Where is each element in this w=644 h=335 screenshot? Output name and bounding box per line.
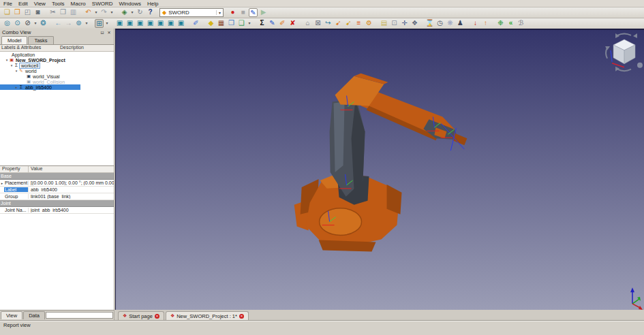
export-icon[interactable]: ❑ (237, 19, 246, 28)
validate-shield-icon[interactable]: ◈ (120, 8, 129, 17)
validate-dropdown-icon[interactable]: ▾ (130, 8, 134, 17)
document-check-icon[interactable]: ▤ (380, 19, 388, 28)
menu-windows[interactable]: Windows (119, 1, 140, 7)
tab-model[interactable]: Model (1, 36, 27, 44)
new-document-icon[interactable]: ❏ (3, 8, 12, 17)
menu-sword[interactable]: SWORD (92, 1, 113, 7)
tab-view[interactable]: View (1, 311, 22, 319)
menu-view[interactable]: View (34, 1, 46, 7)
view-globe-icon[interactable]: ❂ (39, 19, 48, 28)
orbit-dropdown-icon[interactable]: ▾ (85, 19, 89, 28)
property-value-cell[interactable]: abb_irb5400 (29, 187, 114, 192)
property-name-cell[interactable]: Label (4, 187, 29, 192)
top-view-icon[interactable]: ▣ (136, 19, 144, 28)
molecule-icon[interactable]: ❉ (496, 19, 505, 28)
fan-icon[interactable]: ❋ (446, 19, 455, 28)
paste-icon[interactable]: ▥ (69, 8, 78, 17)
save-icon[interactable]: ◰ (23, 8, 32, 17)
property-row-joint-name[interactable]: Joint Na... joint_abb_irb5400 (0, 207, 114, 214)
property-row-group[interactable]: Group link001 (base_link) (0, 193, 114, 200)
refresh-icon[interactable]: ↻ (136, 8, 144, 17)
close-tab-icon[interactable]: × (155, 314, 159, 319)
share-icon[interactable]: « (506, 19, 515, 28)
hourglass-icon[interactable]: ⌛ (425, 19, 434, 28)
tree-filter-box[interactable] (46, 312, 113, 319)
menu-tools[interactable]: Tools (52, 1, 65, 7)
kinematic-icon[interactable]: ↪ (324, 19, 333, 28)
dock-float-icon[interactable]: ⊡ (99, 30, 105, 35)
menu-edit[interactable]: Edit (18, 1, 28, 7)
close-tab-icon[interactable]: × (239, 314, 244, 319)
gear-icon[interactable]: ⚙ (365, 19, 373, 28)
property-row-placement[interactable]: ▸ Placement [(0.00 0.00 1.00); 0.00 °; (… (0, 180, 114, 187)
draw-style-dropdown-icon[interactable]: ▾ (33, 19, 37, 28)
tab-new-sword-project[interactable]: ❖ New_SWORD_Project : 1* × (166, 311, 249, 320)
material-box-icon[interactable]: ▦ (217, 19, 226, 28)
sliders-icon[interactable]: ≡ (354, 19, 363, 28)
sigma-icon[interactable]: Σ (258, 19, 266, 28)
right-view-icon[interactable]: ▣ (146, 19, 155, 28)
property-value-cell[interactable]: [(0.00 0.00 1.00); 0.00 °; (0.00 mm 0.00… (29, 180, 114, 185)
rear-view-icon[interactable]: ▣ (156, 19, 165, 28)
undo-icon[interactable]: ↶ (84, 8, 93, 17)
image-export-icon[interactable]: ⊡ (390, 19, 399, 28)
property-value-cell[interactable]: joint_abb_irb5400 (29, 208, 114, 212)
property-section-joint[interactable]: Joint (0, 200, 114, 207)
property-name-cell[interactable]: Joint Na... (4, 208, 29, 212)
undo-dropdown-icon[interactable]: ▾ (94, 8, 98, 17)
tree-item-world-visual[interactable]: ▣ world_Visual (0, 74, 114, 79)
left-view-icon[interactable]: ▣ (177, 19, 185, 28)
cut-icon[interactable]: ✂ (48, 8, 57, 17)
pawn-icon[interactable]: ♟ (456, 19, 465, 28)
delete-icon[interactable]: ✘ (288, 19, 297, 28)
measure-icon[interactable]: ✐ (191, 19, 200, 28)
sketch-orange-icon[interactable]: ✐ (278, 19, 287, 28)
draw-style-icon[interactable]: ⊘ (23, 19, 32, 28)
pentagon-icon[interactable]: ⌂ (303, 19, 312, 28)
open-folder-icon[interactable]: ❒ (13, 8, 22, 17)
trajectory-icon[interactable]: ➹ (344, 19, 353, 28)
property-name-cell[interactable]: Placement (4, 180, 29, 185)
sketch-blue-icon[interactable]: ✎ (268, 19, 277, 28)
nav-back-icon[interactable]: ← (54, 19, 63, 28)
property-name-cell[interactable]: Group (4, 194, 29, 199)
viewport-3d[interactable] (115, 29, 644, 310)
navigation-cube[interactable] (605, 33, 643, 71)
dock-close-icon[interactable]: ✕ (106, 30, 112, 35)
save-as-icon[interactable]: ◙ (33, 8, 42, 17)
fit-selection-icon[interactable]: ⊙ (13, 19, 22, 28)
record-macro-button[interactable]: ● (228, 8, 237, 17)
tree-item-new-sword-project[interactable]: ▾ ▣ New_SWORD_Project (0, 57, 114, 63)
menu-macro[interactable]: Macro (71, 1, 86, 7)
move-icon[interactable]: ✛ (400, 19, 409, 28)
tab-data[interactable]: Data (23, 311, 45, 319)
tree-item-application[interactable]: Application (0, 52, 114, 57)
tree-item-abb-irb5400[interactable]: ▸ Σ abb_irb5400 (0, 84, 80, 90)
orbit-icon[interactable]: ⊚ (74, 19, 83, 28)
tree-item-world-collision[interactable]: ▣ world_Collision (0, 79, 114, 84)
mesh-icon[interactable]: ⊠ (313, 19, 322, 28)
zoom-dropdown-icon[interactable]: ▾ (105, 19, 109, 28)
front-view-icon[interactable]: ▣ (125, 19, 134, 28)
export-dropdown-icon[interactable]: ▾ (247, 19, 251, 28)
axonometric-view-icon[interactable]: ▣ (115, 19, 124, 28)
import-icon[interactable]: ❐ (227, 19, 236, 28)
property-value-cell[interactable]: link001 (base_link) (29, 194, 114, 199)
redo-dropdown-icon[interactable]: ▾ (110, 8, 114, 17)
tab-start-page[interactable]: ❖ Start page × (118, 311, 164, 320)
property-row-label[interactable]: Label abb_irb5400 (0, 187, 114, 193)
arrow-down-icon[interactable]: ↓ (471, 19, 480, 28)
program-icon[interactable]: ℬ (517, 19, 525, 28)
property-name-cell[interactable]: Base (0, 174, 12, 178)
zoom-box-icon[interactable]: ⊞ (95, 19, 104, 28)
placement-icon[interactable]: ❖ (410, 19, 419, 28)
tab-tasks[interactable]: Tasks (28, 36, 53, 44)
edit-macro-button[interactable]: ✎ (249, 8, 258, 17)
redo-icon[interactable]: ↷ (99, 8, 108, 17)
stop-macro-button[interactable]: ■ (239, 8, 247, 17)
property-section-base[interactable]: Base (0, 173, 114, 180)
copy-icon[interactable]: ❐ (59, 8, 67, 17)
tree-item-world[interactable]: ▾ ✎ world (0, 68, 114, 74)
nav-forward-icon[interactable]: → (64, 19, 73, 28)
play-macro-button[interactable]: ▶ (259, 8, 268, 17)
